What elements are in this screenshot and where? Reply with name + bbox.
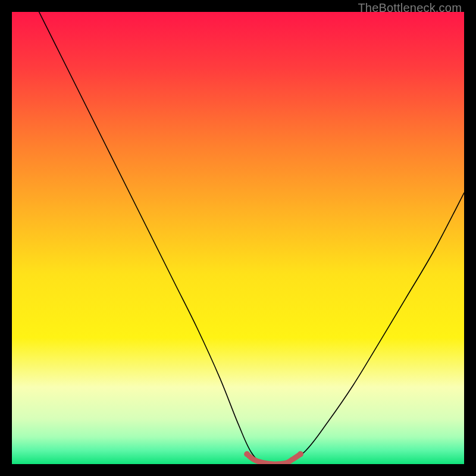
chart-frame: TheBottleneck.com [0, 0, 476, 476]
series-highlight-segment-endpoint-0 [244, 451, 250, 457]
plot-area [12, 12, 464, 464]
series-highlight-segment-endpoint-1 [298, 451, 303, 457]
chart-svg [12, 12, 464, 464]
gradient-background [12, 12, 464, 464]
